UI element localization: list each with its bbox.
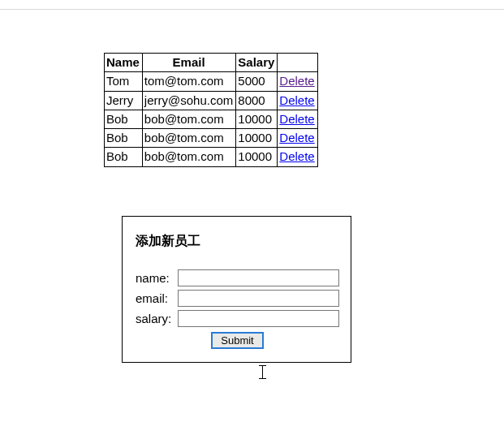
form-row-salary: salary: bbox=[136, 310, 339, 327]
table-row: Jerryjerry@sohu.com8000Delete bbox=[105, 91, 318, 110]
delete-link[interactable]: Delete bbox=[279, 149, 314, 163]
cell-salary: 8000 bbox=[236, 91, 278, 110]
col-header-name: Name bbox=[105, 54, 143, 72]
table-row: Bobbob@tom.com10000Delete bbox=[105, 148, 318, 166]
add-employee-form: 添加新员工 name: email: salary: Submit bbox=[122, 216, 351, 363]
cell-action: Delete bbox=[278, 148, 317, 166]
label-name: name: bbox=[136, 271, 178, 285]
cell-name: Bob bbox=[105, 129, 143, 148]
table-row: Bobbob@tom.com10000Delete bbox=[105, 129, 318, 148]
label-email: email: bbox=[136, 291, 178, 305]
cell-name: Bob bbox=[105, 148, 143, 166]
cell-email: bob@tom.com bbox=[142, 129, 235, 148]
cell-email: jerry@sohu.com bbox=[142, 91, 235, 110]
table-row: Bobbob@tom.com10000Delete bbox=[105, 110, 318, 128]
input-salary[interactable] bbox=[178, 310, 339, 327]
cell-name: Bob bbox=[105, 110, 143, 128]
table-header-row: Name Email Salary bbox=[105, 54, 318, 72]
input-name[interactable] bbox=[178, 269, 339, 286]
table-row: Tomtom@tom.com5000Delete bbox=[105, 72, 318, 91]
page-content: Name Email Salary Tomtom@tom.com5000Dele… bbox=[0, 0, 504, 363]
cell-action: Delete bbox=[278, 110, 317, 128]
form-row-email: email: bbox=[136, 290, 339, 307]
input-email[interactable] bbox=[178, 290, 339, 307]
delete-link[interactable]: Delete bbox=[279, 74, 314, 88]
cell-name: Tom bbox=[105, 72, 143, 91]
text-cursor-icon bbox=[259, 365, 266, 380]
cell-salary: 10000 bbox=[236, 110, 278, 128]
delete-link[interactable]: Delete bbox=[279, 131, 314, 144]
col-header-action bbox=[278, 54, 317, 72]
cell-salary: 10000 bbox=[236, 129, 278, 148]
cell-action: Delete bbox=[278, 129, 317, 148]
window-divider bbox=[0, 9, 504, 10]
submit-button[interactable]: Submit bbox=[211, 332, 263, 349]
col-header-salary: Salary bbox=[236, 54, 278, 72]
cell-action: Delete bbox=[278, 72, 317, 91]
cell-email: bob@tom.com bbox=[142, 148, 235, 166]
delete-link[interactable]: Delete bbox=[279, 93, 314, 107]
cell-email: bob@tom.com bbox=[142, 110, 235, 128]
cell-action: Delete bbox=[278, 91, 317, 110]
form-row-name: name: bbox=[136, 269, 339, 286]
cell-salary: 5000 bbox=[236, 72, 278, 91]
employee-table: Name Email Salary Tomtom@tom.com5000Dele… bbox=[104, 53, 318, 167]
cell-salary: 10000 bbox=[236, 148, 278, 166]
employee-table-body: Tomtom@tom.com5000DeleteJerryjerry@sohu.… bbox=[105, 72, 318, 166]
cell-name: Jerry bbox=[105, 91, 143, 110]
label-salary: salary: bbox=[136, 312, 178, 325]
delete-link[interactable]: Delete bbox=[279, 112, 314, 126]
cell-email: tom@tom.com bbox=[142, 72, 235, 91]
col-header-email: Email bbox=[142, 54, 235, 72]
submit-row: Submit bbox=[136, 332, 339, 349]
form-title: 添加新员工 bbox=[136, 233, 339, 250]
